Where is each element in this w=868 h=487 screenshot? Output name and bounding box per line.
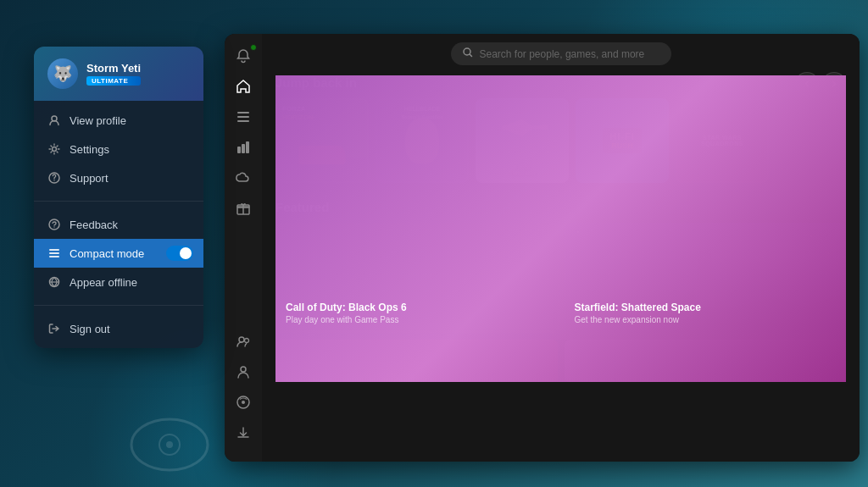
sidebar-icon-xbox-circle[interactable] bbox=[226, 387, 260, 418]
search-bar-container: Search for people, games, and more bbox=[262, 34, 860, 72]
cod-game-subtitle: Play day one with Game Pass bbox=[286, 315, 548, 324]
sidebar-icon-chart[interactable] bbox=[226, 132, 260, 163]
xbox-decoration bbox=[127, 415, 212, 474]
sidebar-icon-notification[interactable] bbox=[226, 41, 260, 71]
feedback-icon bbox=[47, 218, 61, 231]
profile-name: Storm Yeti bbox=[86, 62, 141, 75]
compact-mode-icon bbox=[47, 246, 61, 260]
svg-rect-17 bbox=[242, 144, 245, 153]
svg-point-22 bbox=[245, 339, 249, 343]
menu-item-compact-mode[interactable]: Compact mode bbox=[34, 239, 203, 268]
sidebar-icon-download[interactable] bbox=[226, 418, 260, 448]
settings-icon bbox=[47, 142, 61, 156]
menu-item-appear-offline[interactable]: Appear offline bbox=[34, 268, 203, 296]
svg-rect-18 bbox=[246, 141, 249, 153]
svg-point-25 bbox=[242, 401, 245, 404]
menu-section-main: View profile Settings bbox=[34, 101, 203, 197]
compact-mode-toggle[interactable] bbox=[166, 246, 193, 261]
cod-game-title: Call of Duty: Black Ops 6 bbox=[286, 302, 548, 313]
sidebar-icon-cloud[interactable] bbox=[226, 163, 260, 193]
sidebar-icons bbox=[225, 34, 262, 462]
search-icon bbox=[463, 47, 473, 60]
starfield-game-title: Starfield: Shattered Space bbox=[575, 302, 837, 313]
svg-point-8 bbox=[53, 226, 54, 227]
appear-offline-label: Appear offline bbox=[70, 276, 137, 289]
bottom-preview-card-2[interactable] bbox=[565, 340, 847, 382]
settings-label: Settings bbox=[70, 143, 109, 156]
appear-offline-icon bbox=[47, 275, 61, 289]
search-placeholder: Search for people, games, and more bbox=[480, 48, 645, 60]
sidebar-icon-group[interactable] bbox=[226, 357, 260, 387]
profile-info: Storm Yeti ULTIMATE bbox=[86, 62, 141, 86]
svg-point-23 bbox=[241, 367, 246, 372]
menu-item-support[interactable]: Support bbox=[34, 163, 203, 192]
svg-rect-16 bbox=[237, 147, 241, 153]
cod-text: Call of Duty: Black Ops 6 Play day one w… bbox=[286, 302, 548, 324]
avatar-icon: 🐺 bbox=[53, 64, 72, 83]
content-area: Search for people, games, and more bbox=[262, 34, 860, 462]
svg-rect-13 bbox=[237, 112, 249, 113]
starfield-text: Starfield: Shattered Space Get the new e… bbox=[575, 302, 837, 324]
sidebar-icon-people[interactable] bbox=[226, 326, 260, 357]
sign-out-label: Sign out bbox=[70, 323, 110, 335]
avatar: 🐺 bbox=[47, 58, 78, 89]
menu-item-sign-out[interactable]: Sign out bbox=[34, 314, 203, 343]
svg-point-6 bbox=[53, 180, 54, 180]
sign-out-icon bbox=[47, 322, 61, 335]
sidebar-icon-gift[interactable] bbox=[226, 193, 260, 224]
menu-divider-1 bbox=[34, 201, 203, 202]
menu-section-signout: Sign out bbox=[34, 309, 203, 348]
view-profile-icon bbox=[47, 113, 61, 127]
starfield-game-subtitle: Get the new expansion now bbox=[575, 315, 837, 324]
svg-point-4 bbox=[53, 147, 57, 152]
sidebar-icon-list[interactable] bbox=[226, 102, 260, 132]
svg-point-7 bbox=[49, 219, 59, 230]
sidebar-bottom-icons bbox=[226, 326, 260, 455]
menu-item-view-profile[interactable]: View profile bbox=[34, 106, 203, 135]
menu-divider-2 bbox=[34, 305, 203, 306]
menu-item-feedback[interactable]: Feedback bbox=[34, 210, 203, 239]
svg-rect-11 bbox=[49, 256, 59, 257]
main-window: Search for people, games, and more bbox=[225, 34, 860, 462]
svg-rect-14 bbox=[237, 116, 249, 118]
bottom-preview-row bbox=[275, 340, 846, 382]
search-bar[interactable]: Search for people, games, and more bbox=[451, 42, 671, 65]
svg-rect-10 bbox=[49, 252, 59, 254]
svg-point-2 bbox=[166, 441, 173, 448]
menu-item-settings[interactable]: Settings bbox=[34, 135, 203, 163]
compact-mode-label: Compact mode bbox=[70, 247, 144, 260]
profile-badge: ULTIMATE bbox=[86, 76, 141, 86]
notification-dot bbox=[250, 44, 257, 51]
support-icon bbox=[47, 171, 61, 185]
feedback-label: Feedback bbox=[70, 219, 118, 231]
content-scroll[interactable]: Jump back in FORZA HORIZON bbox=[262, 72, 860, 462]
svg-rect-9 bbox=[49, 249, 59, 251]
support-label: Support bbox=[70, 172, 108, 185]
sidebar-icon-home[interactable] bbox=[226, 71, 260, 102]
svg-rect-15 bbox=[237, 120, 249, 122]
main-container: 🐺 Storm Yeti ULTIMATE View profile bbox=[0, 0, 868, 487]
menu-section-secondary: Feedback Compact mode bbox=[34, 205, 203, 302]
profile-header[interactable]: 🐺 Storm Yeti ULTIMATE bbox=[34, 47, 203, 101]
dropdown-menu: 🐺 Storm Yeti ULTIMATE View profile bbox=[34, 47, 203, 348]
bottom-card-2-bg bbox=[565, 340, 847, 382]
view-profile-label: View profile bbox=[70, 114, 126, 127]
svg-point-21 bbox=[239, 337, 244, 342]
